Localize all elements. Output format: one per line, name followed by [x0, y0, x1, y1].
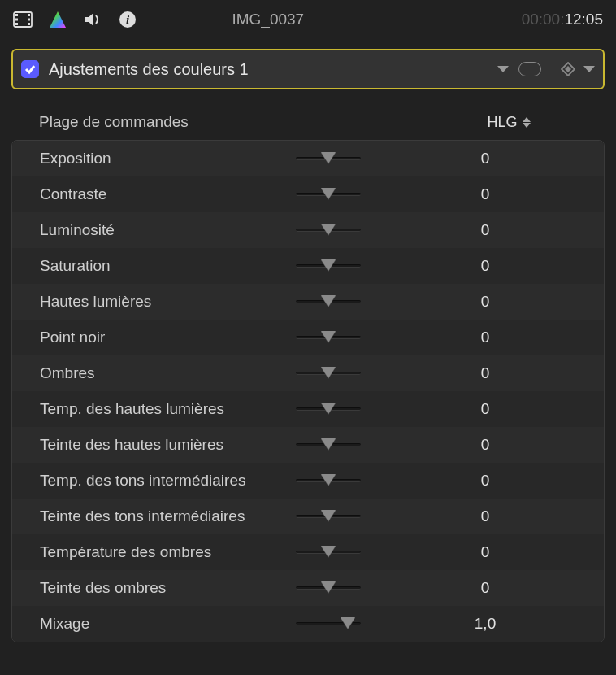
controls-range-value: HLG	[487, 114, 517, 131]
parameter-value[interactable]: 0	[381, 507, 589, 525]
effect-name-dropdown[interactable]: Ajustements des couleurs 1	[49, 60, 509, 79]
parameter-slider[interactable]	[296, 407, 361, 411]
parameter-slider-cell	[296, 515, 373, 518]
controls-range-row: Plage de commandes HLG	[11, 104, 605, 140]
parameter-row: Température des ombres 0	[12, 534, 604, 570]
slider-thumb-icon[interactable]	[321, 510, 336, 521]
slider-thumb-icon[interactable]	[321, 188, 336, 199]
parameter-slider-cell	[296, 622, 373, 625]
parameter-slider[interactable]	[296, 157, 361, 160]
parameter-value[interactable]: 0	[381, 364, 589, 382]
slider-thumb-icon[interactable]	[321, 474, 336, 486]
parameter-slider-cell	[296, 407, 373, 411]
keyframe-menu[interactable]	[561, 62, 595, 76]
parameter-row: Temp. des hautes lumières 0	[12, 391, 604, 427]
parameter-value[interactable]: 1,0	[381, 615, 589, 633]
slider-thumb-icon[interactable]	[321, 438, 336, 450]
parameter-row: Luminosité 0	[12, 212, 604, 248]
parameter-slider-cell	[296, 372, 373, 375]
parameter-slider[interactable]	[296, 622, 361, 625]
effect-header-right	[518, 62, 595, 76]
parameter-row: Point noir 0	[12, 320, 604, 355]
parameter-slider[interactable]	[296, 586, 361, 590]
parameter-label: Hautes lumières	[40, 293, 296, 311]
parameter-label: Temp. des hautes lumières	[40, 400, 296, 418]
effect-header[interactable]: Ajustements des couleurs 1	[11, 49, 605, 89]
parameter-slider[interactable]	[296, 264, 361, 268]
parameter-slider[interactable]	[296, 515, 361, 518]
slider-thumb-icon[interactable]	[321, 259, 336, 271]
parameter-value[interactable]: 0	[381, 472, 589, 490]
parameter-row: Mixage 1,0	[12, 606, 604, 642]
parameter-value[interactable]: 0	[381, 185, 589, 203]
slider-thumb-icon[interactable]	[321, 367, 336, 378]
parameter-row: Hautes lumières 0	[12, 284, 604, 320]
parameter-row: Contraste 0	[12, 176, 604, 212]
parameter-value[interactable]: 0	[381, 150, 589, 168]
parameter-value[interactable]: 0	[381, 400, 589, 418]
chevron-down-icon	[583, 66, 595, 72]
slider-thumb-icon[interactable]	[321, 331, 336, 342]
parameter-label: Exposition	[40, 150, 296, 168]
effect-enabled-checkbox[interactable]	[21, 60, 39, 78]
parameter-slider[interactable]	[296, 479, 361, 482]
chevron-down-icon	[497, 66, 509, 72]
slider-thumb-icon[interactable]	[321, 403, 336, 414]
timecode-bright: 12:05	[564, 11, 603, 28]
keyframe-icon	[561, 62, 575, 76]
parameter-slider-cell	[296, 300, 373, 303]
parameter-label: Température des ombres	[40, 543, 296, 561]
parameter-row: Saturation 0	[12, 248, 604, 284]
slider-thumb-icon[interactable]	[321, 295, 336, 307]
parameter-row: Exposition 0	[12, 141, 604, 176]
parameter-value[interactable]: 0	[381, 579, 589, 597]
mask-icon[interactable]	[518, 62, 541, 76]
parameter-row: Temp. des tons intermédiaires 0	[12, 463, 604, 499]
slider-thumb-icon[interactable]	[341, 617, 355, 629]
slider-thumb-icon[interactable]	[321, 546, 336, 557]
svg-rect-2	[15, 19, 18, 21]
parameter-label: Ombres	[40, 364, 296, 382]
parameter-label: Saturation	[40, 257, 296, 275]
parameter-row: Teinte des ombres 0	[12, 570, 604, 606]
slider-thumb-icon[interactable]	[321, 224, 336, 235]
timecode: 00:00:12:05	[522, 11, 603, 28]
parameter-label: Teinte des ombres	[40, 579, 296, 597]
parameter-label: Mixage	[40, 615, 296, 633]
parameter-value[interactable]: 0	[381, 257, 589, 275]
parameter-slider[interactable]	[296, 443, 361, 446]
parameter-row: Ombres 0	[12, 355, 604, 391]
parameter-row: Teinte des tons intermédiaires 0	[12, 499, 604, 534]
slider-thumb-icon[interactable]	[321, 152, 336, 163]
parameter-slider[interactable]	[296, 372, 361, 375]
slider-thumb-icon[interactable]	[321, 581, 336, 593]
parameter-slider[interactable]	[296, 193, 361, 196]
parameter-slider-cell	[296, 264, 373, 268]
stepper-icon	[523, 117, 531, 128]
parameter-label: Point noir	[40, 329, 296, 346]
parameter-value[interactable]: 0	[381, 329, 589, 346]
parameter-value[interactable]: 0	[381, 221, 589, 239]
timecode-dim: 00:00:	[522, 11, 565, 28]
parameter-value[interactable]: 0	[381, 436, 589, 454]
parameter-slider[interactable]	[296, 300, 361, 303]
parameter-slider-cell	[296, 551, 373, 554]
parameter-slider[interactable]	[296, 229, 361, 232]
top-toolbar: i IMG_0037 00:00:12:05	[0, 0, 616, 39]
parameter-label: Luminosité	[40, 221, 296, 239]
parameter-slider-cell	[296, 157, 373, 160]
svg-rect-3	[15, 23, 18, 25]
parameter-slider-cell	[296, 443, 373, 446]
clip-title: IMG_0037	[28, 11, 509, 28]
parameter-slider-cell	[296, 193, 373, 196]
parameter-value[interactable]: 0	[381, 543, 589, 561]
parameter-value[interactable]: 0	[381, 293, 589, 311]
controls-range-label: Plage de commandes	[39, 113, 427, 131]
controls-range-select[interactable]: HLG	[427, 114, 590, 131]
parameter-row: Teinte des hautes lumières 0	[12, 427, 604, 463]
parameter-label: Teinte des hautes lumières	[40, 436, 296, 454]
parameter-slider[interactable]	[296, 336, 361, 339]
parameter-slider[interactable]	[296, 551, 361, 554]
parameter-slider-cell	[296, 586, 373, 590]
parameter-slider-cell	[296, 336, 373, 339]
